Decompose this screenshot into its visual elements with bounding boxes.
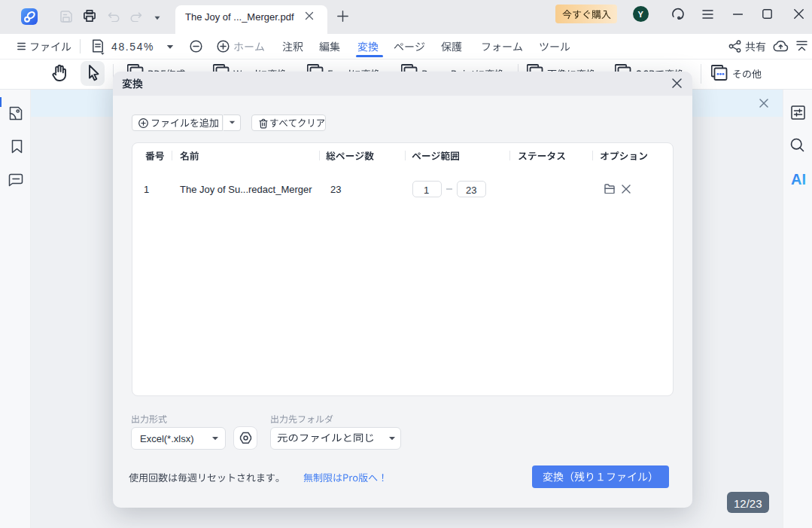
svg-text:AI: AI — [791, 171, 806, 188]
